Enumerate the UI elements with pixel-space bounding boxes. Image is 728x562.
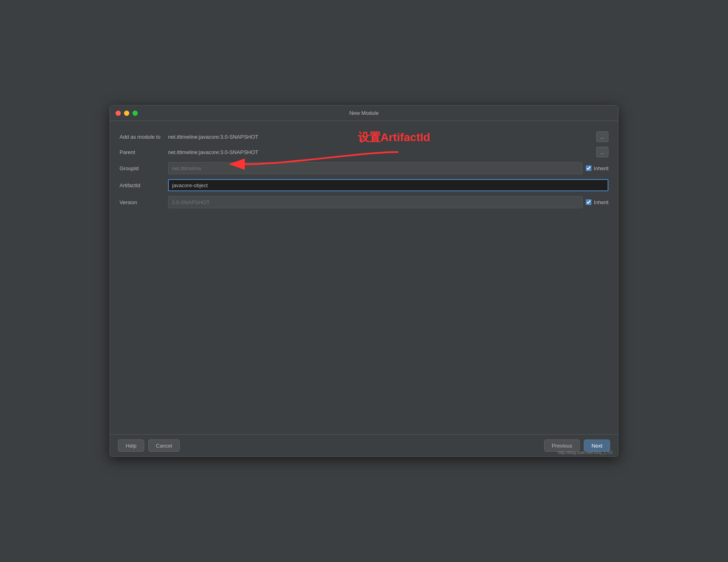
group-id-inherit-label: Inherit bbox=[586, 165, 608, 171]
title-bar: New Module bbox=[110, 106, 618, 121]
dialog: New Module Add as module to net.ittimeli… bbox=[109, 105, 619, 457]
artifact-id-label: ArtifactId bbox=[120, 182, 168, 188]
minimize-button[interactable] bbox=[124, 110, 129, 116]
watermark: http://blog.csdn.net/Tony_CTO bbox=[558, 450, 612, 455]
group-id-input-wrapper: Inherit bbox=[168, 162, 608, 174]
version-row: Version Inherit bbox=[120, 194, 608, 211]
group-id-label: GroupId bbox=[120, 165, 168, 171]
parent-label: Parent bbox=[120, 149, 168, 155]
window-controls bbox=[116, 110, 138, 116]
artifact-id-input-wrapper bbox=[168, 179, 608, 191]
group-id-row: GroupId Inherit bbox=[120, 160, 608, 177]
parent-row: Parent net.ittimeline:javacore:3.0-SNAPS… bbox=[120, 144, 608, 160]
artifact-id-input[interactable] bbox=[168, 179, 608, 191]
footer-left: Help Cancel bbox=[118, 439, 180, 452]
next-button[interactable]: Next bbox=[584, 439, 610, 452]
add-as-module-label: Add as module to bbox=[120, 134, 168, 140]
dialog-title: New Module bbox=[349, 110, 379, 116]
parent-ellipsis-button[interactable]: ... bbox=[596, 147, 608, 157]
help-button[interactable]: Help bbox=[118, 439, 144, 452]
add-as-module-ellipsis-button[interactable]: ... bbox=[596, 131, 608, 142]
maximize-button[interactable] bbox=[133, 110, 138, 116]
content-area: Add as module to net.ittimeline:javacore… bbox=[110, 121, 618, 434]
version-label: Version bbox=[120, 199, 168, 205]
footer: Help Cancel Previous Next http://blog.cs… bbox=[110, 434, 618, 456]
group-id-inherit-checkbox[interactable] bbox=[586, 165, 591, 171]
version-inherit-label: Inherit bbox=[586, 199, 608, 205]
annotation-text: 设置ArtifactId bbox=[358, 130, 430, 145]
parent-value: net.ittimeline:javacore:3.0-SNAPSHOT bbox=[168, 149, 596, 155]
cancel-button[interactable]: Cancel bbox=[148, 439, 180, 452]
version-input[interactable] bbox=[168, 196, 583, 208]
artifact-id-row: ArtifactId bbox=[120, 177, 608, 194]
previous-button[interactable]: Previous bbox=[544, 439, 580, 452]
close-button[interactable] bbox=[116, 110, 121, 116]
group-id-input[interactable] bbox=[168, 162, 583, 174]
version-inherit-checkbox[interactable] bbox=[586, 199, 591, 205]
footer-right: Previous Next bbox=[544, 439, 610, 452]
version-input-wrapper: Inherit bbox=[168, 196, 608, 208]
